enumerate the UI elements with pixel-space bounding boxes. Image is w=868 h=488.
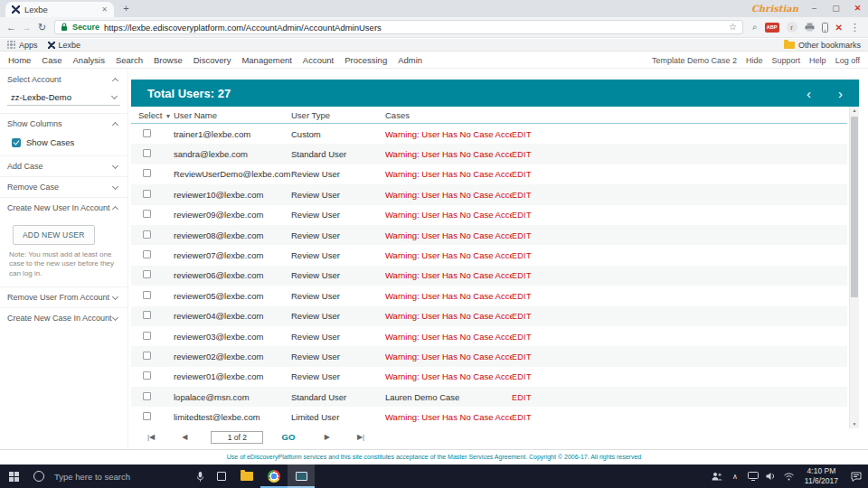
lexbe-bookmark[interactable]: Lexbe [48,41,81,50]
nav-right-item[interactable]: Log off [835,56,860,65]
volume-tray-button[interactable] [762,465,780,488]
adblock-extension-icon[interactable]: ABP [765,23,779,33]
search-extension-icon[interactable]: ⌕ [752,22,758,33]
bookmark-star-icon[interactable]: ☆ [729,23,737,32]
nav-item[interactable]: Analysis [73,55,105,65]
next-page-button[interactable]: ▶ [325,434,330,441]
edit-link[interactable]: EDIT [512,271,532,280]
header-next-icon[interactable]: › [838,87,843,100]
nav-item[interactable]: Discovery [193,55,231,65]
row-checkbox[interactable] [143,291,151,299]
cortana-button[interactable] [27,465,51,488]
nav-right-item[interactable]: Help [809,56,826,65]
sidebar-section-add-case[interactable]: Add Case [0,155,127,176]
browser-tab[interactable]: Lexbe ✕ [5,2,114,17]
nav-item[interactable]: Search [116,55,143,65]
mobile-icon[interactable] [822,23,828,33]
row-checkbox[interactable] [143,392,151,400]
nav-item[interactable]: Account [303,55,334,65]
sidebar-section-select-account[interactable]: Select Account [0,70,127,89]
window-maximize-button[interactable]: ▢ [830,5,842,13]
row-checkbox[interactable] [143,250,151,258]
edit-link[interactable]: EDIT [512,251,532,260]
refresh-icon[interactable]: ↻ [34,22,50,33]
row-checkbox[interactable] [143,311,151,319]
file-explorer-button[interactable] [233,465,260,488]
account-select[interactable]: zz-Lexbe-Demo [7,89,120,106]
tab-close-icon[interactable]: ✕ [101,6,108,14]
edit-link[interactable]: EDIT [512,372,532,381]
nav-item[interactable]: Home [8,55,31,65]
prev-page-button[interactable]: ◀ [182,434,187,441]
nav-item[interactable]: Management [241,55,291,65]
show-cases-checkbox[interactable]: Show Cases [0,134,127,155]
row-checkbox[interactable] [143,332,151,340]
edit-link[interactable]: EDIT [512,333,532,342]
window-close-button[interactable]: ✕ [852,5,863,13]
url-text[interactable]: https://lexbe.ediscoveryplatform.com/Acc… [104,23,724,33]
row-checkbox[interactable] [143,230,151,239]
edit-link[interactable]: EDIT [512,211,532,220]
sidebar-section-remove-case[interactable]: Remove Case [0,176,127,197]
new-tab-button[interactable]: + [119,3,133,14]
first-page-button[interactable]: |◀ [147,434,155,441]
nav-item[interactable]: Processing [344,55,387,65]
page-number-input[interactable]: 1 of 2 [211,431,263,444]
hidden-icons-button[interactable]: ∧ [726,465,744,488]
profile-extension-icon[interactable]: r [787,22,797,33]
back-icon[interactable]: ← [4,22,19,33]
microphone-button[interactable] [190,465,210,488]
nav-item[interactable]: Admin [398,55,422,65]
printer-icon[interactable] [805,23,815,32]
taskbar-search[interactable]: Type here to search [54,472,190,482]
edit-link[interactable]: EDIT [512,130,532,139]
nav-right-item[interactable]: Hide [746,56,763,65]
task-view-button[interactable] [210,465,233,488]
header-prev-icon[interactable]: ‹ [807,87,811,100]
add-new-user-button[interactable]: ADD NEW USER [13,225,95,245]
go-button[interactable]: GO [281,433,295,442]
row-checkbox[interactable] [143,371,151,380]
taskbar-clock[interactable]: 4:10 PM 11/6/2017 [805,466,838,485]
chrome-taskbar-button[interactable] [260,465,288,488]
action-center-button[interactable] [844,465,868,488]
edit-link[interactable]: EDIT [512,170,532,179]
edit-link[interactable]: EDIT [512,292,532,301]
nav-right-item[interactable]: Template Demo Case 2 [652,56,737,65]
row-checkbox[interactable] [143,190,151,198]
start-button[interactable] [0,465,27,488]
address-bar[interactable]: Secure https://lexbe.ediscoveryplatform.… [54,20,743,34]
table-scrollbar[interactable]: ▲ ▼ [849,107,859,428]
row-checkbox[interactable] [143,352,151,360]
network-tray-button[interactable] [780,465,798,488]
edit-link[interactable]: EDIT [512,413,532,422]
profile-name[interactable]: Christian [751,4,798,14]
edit-link[interactable]: EDIT [512,393,532,402]
active-app-button[interactable] [288,465,315,488]
column-select[interactable]: Select▼ [131,110,174,120]
close-extension-icon[interactable]: ✕ [835,23,843,33]
browser-menu-icon[interactable]: ⋮ [850,22,860,33]
apps-bookmark[interactable]: Apps [7,41,38,50]
scrollbar-thumb[interactable] [851,117,858,297]
edit-link[interactable]: EDIT [512,231,532,240]
people-button[interactable] [708,465,726,488]
display-tray-button[interactable] [744,465,762,488]
row-checkbox[interactable] [143,412,151,420]
sidebar-section-show-columns[interactable]: Show Columns [0,113,127,134]
sidebar-section-remove-user[interactable]: Remove User From Account [0,286,127,307]
nav-item[interactable]: Case [42,55,61,65]
window-minimize-button[interactable]: – [808,5,820,13]
row-checkbox[interactable] [143,149,151,157]
edit-link[interactable]: EDIT [512,191,532,200]
forward-icon[interactable]: → [19,22,34,33]
other-bookmarks[interactable]: Other bookmarks [784,41,861,50]
edit-link[interactable]: EDIT [512,150,532,159]
nav-item[interactable]: Browse [154,55,183,65]
sidebar-section-create-new-user[interactable]: Create New User In Account [0,197,127,218]
row-checkbox[interactable] [143,169,151,177]
row-checkbox[interactable] [143,270,151,278]
scroll-up-icon[interactable]: ▲ [850,107,859,115]
row-checkbox[interactable] [143,210,151,218]
row-checkbox[interactable] [143,129,151,137]
